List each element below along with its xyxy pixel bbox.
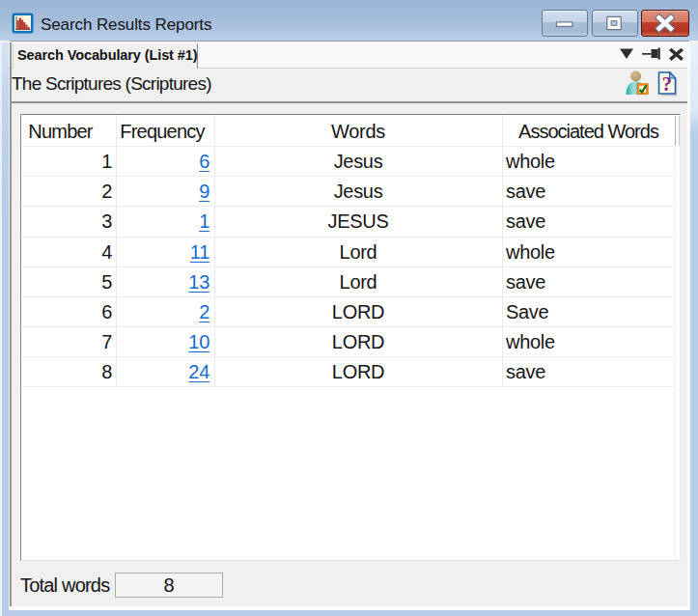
svg-text:?: ?: [661, 72, 672, 96]
